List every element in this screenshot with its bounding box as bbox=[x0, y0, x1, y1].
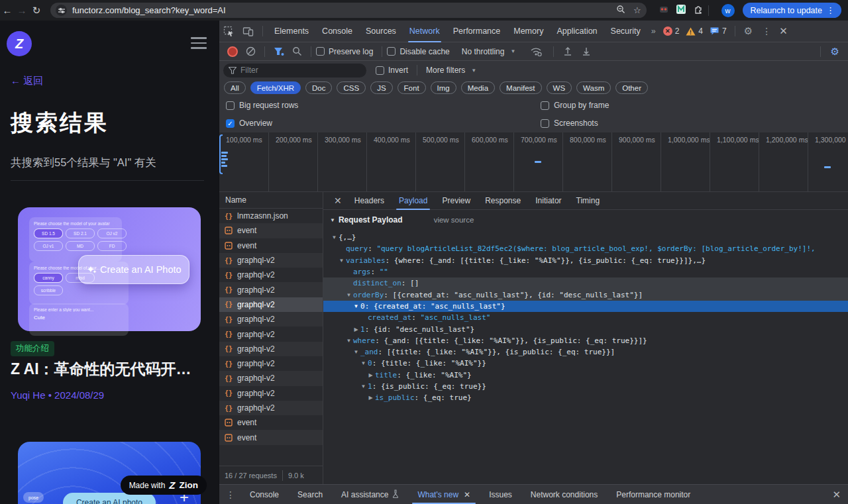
type-pill-doc[interactable]: Doc bbox=[305, 81, 332, 94]
more-filters-button[interactable]: More filters bbox=[426, 66, 465, 75]
tab-security[interactable]: Security bbox=[604, 21, 647, 42]
extensions-puzzle-icon[interactable] bbox=[693, 4, 704, 17]
article-card-image[interactable]: Please choose the model of your avatar S… bbox=[18, 207, 201, 331]
close-devtools-icon[interactable]: ✕ bbox=[779, 25, 788, 37]
type-pill-other[interactable]: Other bbox=[615, 81, 648, 94]
extension-robot-icon[interactable] bbox=[659, 4, 669, 17]
clear-icon[interactable] bbox=[246, 46, 256, 56]
hamburger-menu-icon[interactable] bbox=[191, 37, 207, 49]
type-pill-all[interactable]: All bbox=[224, 81, 246, 94]
request-row[interactable]: {}graphql-v2 bbox=[219, 386, 323, 401]
drawer-menu-icon[interactable]: ⋮ bbox=[226, 489, 235, 500]
issues-badge[interactable]: 7 bbox=[710, 26, 727, 36]
settings-gear-icon[interactable]: ⚙ bbox=[744, 25, 753, 37]
close-drawer-icon[interactable]: ✕ bbox=[832, 489, 841, 501]
big-request-rows-checkbox[interactable] bbox=[226, 101, 235, 110]
url-text[interactable]: functorz.com/blog_search?key_word=AI bbox=[72, 5, 226, 15]
payload-tree-row[interactable]: ▶is_public: {_eq: true} bbox=[323, 392, 848, 403]
drawer-tab-ai-assistance[interactable]: AI assistance bbox=[332, 485, 408, 504]
collapsed-arrow-icon[interactable]: ▶ bbox=[352, 327, 360, 332]
payload-tree-row[interactable]: ▼orderBy: [{created_at: "asc_nulls_last"… bbox=[323, 289, 848, 300]
group-by-frame-checkbox[interactable] bbox=[541, 101, 549, 110]
devtools-menu-icon[interactable]: ⋮ bbox=[762, 26, 771, 36]
more-tabs-chevron[interactable]: » bbox=[647, 21, 660, 42]
relaunch-button[interactable]: Relaunch to update ⋮ bbox=[743, 3, 841, 18]
payload-tree-row[interactable]: ▼0: {created_at: "asc_nulls_last"} bbox=[323, 301, 848, 312]
payload-tree-row[interactable]: ▶title: {_like: "%AI%"} bbox=[323, 370, 848, 381]
export-har-icon[interactable] bbox=[582, 46, 591, 56]
address-bar[interactable]: functorz.com/blog_search?key_word=AI ☆ bbox=[50, 3, 647, 18]
request-row[interactable]: {}lnmzasnn.json bbox=[219, 209, 323, 223]
made-with-zion-badge[interactable]: Made with Z Zion bbox=[121, 476, 207, 495]
search-icon[interactable] bbox=[292, 46, 302, 56]
type-pill-img[interactable]: Img bbox=[431, 81, 456, 94]
request-row[interactable]: event bbox=[219, 415, 323, 430]
request-row[interactable]: event bbox=[219, 238, 323, 253]
tab-console[interactable]: Console bbox=[315, 21, 359, 42]
warning-badge[interactable]: 4 bbox=[686, 26, 703, 36]
network-settings-gear-icon[interactable]: ⚙ bbox=[831, 46, 839, 58]
view-source-link[interactable]: view source bbox=[434, 216, 474, 224]
zoom-page-icon[interactable] bbox=[616, 5, 625, 16]
device-toolbar-icon[interactable] bbox=[242, 26, 254, 37]
type-pill-media[interactable]: Media bbox=[461, 81, 495, 94]
payload-tree-row[interactable]: query: "query blogArticleList_82df5ec2($… bbox=[323, 243, 848, 254]
collapsed-arrow-icon[interactable]: ▶ bbox=[366, 372, 375, 378]
article-title[interactable]: Z AI：革命性的无代码开… bbox=[11, 359, 191, 379]
article-card-image-2[interactable]: pose Create an AI photo + Made with Z Zi… bbox=[18, 442, 201, 504]
filter-funnel-icon[interactable] bbox=[274, 47, 284, 56]
request-row[interactable]: {}graphql-v2 bbox=[219, 268, 323, 282]
request-row[interactable]: {}graphql-v2 bbox=[219, 297, 323, 312]
detail-tab-initiator[interactable]: Initiator bbox=[528, 192, 568, 209]
detail-tab-preview[interactable]: Preview bbox=[435, 192, 478, 209]
request-row[interactable]: {}graphql-v2 bbox=[219, 327, 323, 341]
request-row[interactable]: event bbox=[219, 430, 323, 444]
type-pill-css[interactable]: CSS bbox=[337, 81, 366, 94]
type-pill-manifest[interactable]: Manifest bbox=[500, 81, 541, 94]
preserve-log-checkbox[interactable] bbox=[316, 47, 325, 56]
drawer-tab-what-s-new[interactable]: What's new✕ bbox=[408, 485, 480, 504]
expanded-arrow-icon[interactable]: ▼ bbox=[352, 349, 360, 355]
payload-tree-row[interactable]: ▶1: {id: "desc_nulls_last"} bbox=[323, 323, 848, 334]
extension-m-icon[interactable] bbox=[676, 4, 686, 17]
record-icon[interactable] bbox=[227, 46, 238, 57]
name-column-header[interactable]: Name bbox=[219, 192, 323, 209]
request-row[interactable]: {}graphql-v2 bbox=[219, 371, 323, 385]
close-whats-new-icon[interactable]: ✕ bbox=[464, 490, 470, 499]
collapse-triangle-icon[interactable]: ▼ bbox=[330, 217, 335, 223]
detail-tab-headers[interactable]: Headers bbox=[347, 192, 392, 209]
tab-memory[interactable]: Memory bbox=[507, 21, 550, 42]
network-conditions-icon[interactable] bbox=[530, 47, 542, 56]
throttling-select[interactable]: No throttling bbox=[462, 47, 505, 56]
tab-elements[interactable]: Elements bbox=[268, 21, 315, 42]
payload-tree-row[interactable]: args: "" bbox=[323, 266, 848, 277]
tab-performance[interactable]: Performance bbox=[447, 21, 507, 42]
detail-tab-timing[interactable]: Timing bbox=[569, 192, 608, 209]
request-row[interactable]: {}graphql-v2 bbox=[219, 282, 323, 297]
drawer-tab-issues[interactable]: Issues bbox=[480, 485, 521, 504]
type-pill-wasm[interactable]: Wasm bbox=[576, 81, 611, 94]
network-overview-timeline[interactable]: 100,000 ms200,000 ms300,000 ms400,000 ms… bbox=[219, 132, 848, 192]
request-row[interactable]: {}graphql-v2 bbox=[219, 342, 323, 356]
back-link[interactable]: ← 返回 bbox=[11, 75, 43, 87]
payload-tree-row[interactable]: ▼{,…} bbox=[323, 232, 848, 243]
expanded-arrow-icon[interactable]: ▼ bbox=[359, 383, 368, 389]
payload-tree-row[interactable]: ▼1: {is_public: {_eq: true}} bbox=[323, 381, 848, 392]
inspect-element-icon[interactable] bbox=[223, 26, 235, 37]
tab-network[interactable]: Network bbox=[403, 21, 447, 42]
screenshots-checkbox[interactable] bbox=[541, 119, 549, 128]
drawer-tab-console[interactable]: Console bbox=[240, 485, 288, 504]
invert-checkbox[interactable] bbox=[376, 66, 384, 75]
collapsed-arrow-icon[interactable]: ▶ bbox=[366, 395, 375, 401]
overview-checkbox[interactable]: ✓ bbox=[226, 119, 235, 128]
error-badge[interactable]: ✕ 2 bbox=[663, 26, 680, 36]
forward-icon[interactable]: → bbox=[15, 5, 29, 16]
expanded-arrow-icon[interactable]: ▼ bbox=[330, 234, 339, 240]
expanded-arrow-icon[interactable]: ▼ bbox=[337, 258, 346, 264]
type-pill-font[interactable]: Font bbox=[398, 81, 426, 94]
expanded-arrow-icon[interactable]: ▼ bbox=[344, 292, 353, 298]
payload-tree-row[interactable]: ▼_and: [{title: {_like: "%AI%"}}, {is_pu… bbox=[323, 346, 848, 358]
request-row[interactable]: {}graphql-v2 bbox=[219, 312, 323, 327]
profile-avatar[interactable]: w bbox=[721, 4, 735, 17]
drawer-tab-search[interactable]: Search bbox=[288, 485, 332, 504]
